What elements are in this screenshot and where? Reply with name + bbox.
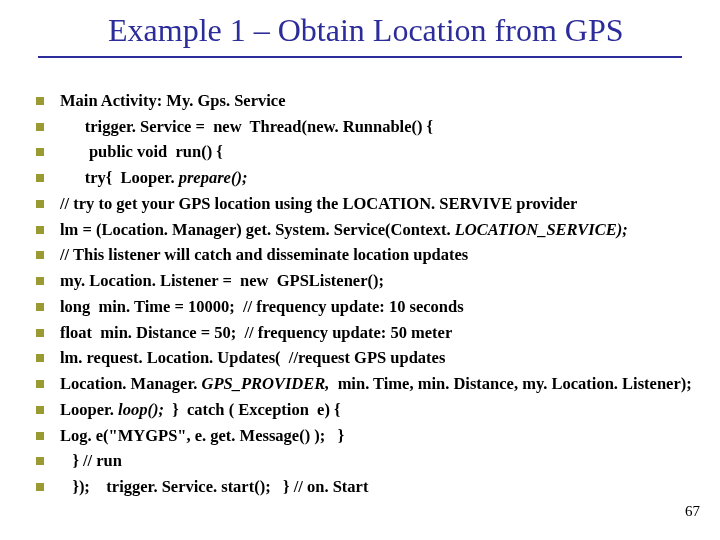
square-bullet-icon bbox=[36, 200, 44, 208]
square-bullet-icon bbox=[36, 406, 44, 414]
line-text: }); trigger. Service. start(); } // on. … bbox=[60, 474, 368, 500]
square-bullet-icon bbox=[36, 483, 44, 491]
line-text: Looper. loop(); } catch ( Exception e) { bbox=[60, 397, 341, 423]
line-text: public void run() { bbox=[60, 139, 223, 165]
line-text: lm = (Location. Manager) get. System. Se… bbox=[60, 217, 628, 243]
bullet-line: try{ Looper. prepare(); bbox=[36, 165, 696, 191]
square-bullet-icon bbox=[36, 380, 44, 388]
bullet-line: Log. e("MYGPS", e. get. Message() ); } bbox=[36, 423, 696, 449]
line-text: my. Location. Listener = new GPSListener… bbox=[60, 268, 384, 294]
square-bullet-icon bbox=[36, 226, 44, 234]
square-bullet-icon bbox=[36, 354, 44, 362]
bullet-line: }); trigger. Service. start(); } // on. … bbox=[36, 474, 696, 500]
bullet-line: // try to get your GPS location using th… bbox=[36, 191, 696, 217]
bullet-line: // This listener will catch and dissemin… bbox=[36, 242, 696, 268]
line-text: long min. Time = 10000; // frequency upd… bbox=[60, 294, 464, 320]
slide: Example 1 – Obtain Location from GPS Mai… bbox=[0, 0, 720, 540]
bullet-line: trigger. Service = new Thread(new. Runna… bbox=[36, 114, 696, 140]
bullet-line: Location. Manager. GPS_PROVIDER, min. Ti… bbox=[36, 371, 696, 397]
line-text: } // run bbox=[60, 448, 122, 474]
slide-body: Main Activity: My. Gps. Service trigger.… bbox=[36, 88, 696, 500]
line-text: Main Activity: My. Gps. Service bbox=[60, 88, 285, 114]
square-bullet-icon bbox=[36, 251, 44, 259]
line-text: lm. request. Location. Updates( //reques… bbox=[60, 345, 445, 371]
square-bullet-icon bbox=[36, 432, 44, 440]
line-text: float min. Distance = 50; // frequency u… bbox=[60, 320, 452, 346]
slide-title: Example 1 – Obtain Location from GPS bbox=[108, 12, 623, 49]
title-underline bbox=[38, 56, 682, 58]
bullet-line: Main Activity: My. Gps. Service bbox=[36, 88, 696, 114]
bullet-line: my. Location. Listener = new GPSListener… bbox=[36, 268, 696, 294]
bullet-line: lm. request. Location. Updates( //reques… bbox=[36, 345, 696, 371]
square-bullet-icon bbox=[36, 148, 44, 156]
line-text: // try to get your GPS location using th… bbox=[60, 191, 577, 217]
page-number: 67 bbox=[685, 503, 700, 520]
square-bullet-icon bbox=[36, 329, 44, 337]
line-text: try{ Looper. prepare(); bbox=[60, 165, 247, 191]
bullet-line: long min. Time = 10000; // frequency upd… bbox=[36, 294, 696, 320]
square-bullet-icon bbox=[36, 123, 44, 131]
line-text: Location. Manager. GPS_PROVIDER, min. Ti… bbox=[60, 371, 692, 397]
square-bullet-icon bbox=[36, 277, 44, 285]
bullet-line: public void run() { bbox=[36, 139, 696, 165]
bullet-line: Looper. loop(); } catch ( Exception e) { bbox=[36, 397, 696, 423]
bullet-line: lm = (Location. Manager) get. System. Se… bbox=[36, 217, 696, 243]
line-text: trigger. Service = new Thread(new. Runna… bbox=[60, 114, 433, 140]
line-text: Log. e("MYGPS", e. get. Message() ); } bbox=[60, 423, 344, 449]
line-text: // This listener will catch and dissemin… bbox=[60, 242, 468, 268]
bullet-line: float min. Distance = 50; // frequency u… bbox=[36, 320, 696, 346]
bullet-line: } // run bbox=[36, 448, 696, 474]
square-bullet-icon bbox=[36, 97, 44, 105]
square-bullet-icon bbox=[36, 457, 44, 465]
square-bullet-icon bbox=[36, 303, 44, 311]
square-bullet-icon bbox=[36, 174, 44, 182]
